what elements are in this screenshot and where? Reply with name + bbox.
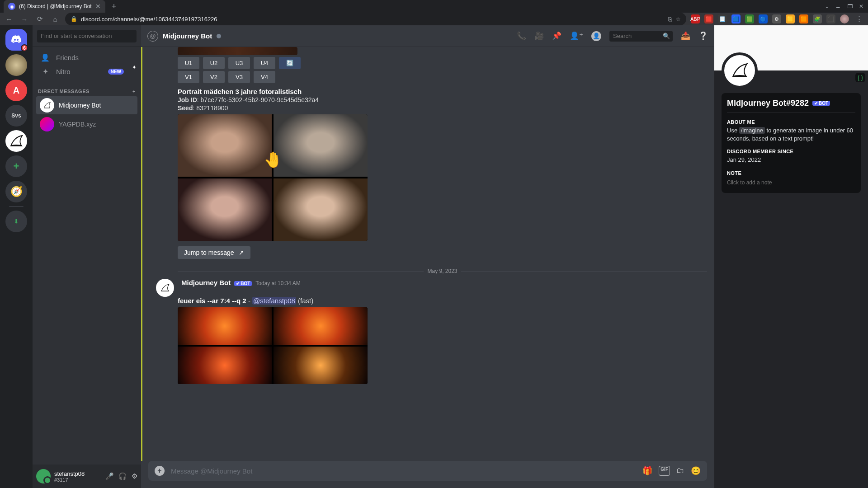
guild-item[interactable]: A	[5, 80, 27, 101]
ext-icon[interactable]: 📃	[718, 14, 727, 23]
at-icon: @	[147, 31, 158, 42]
member-since-value: Jan 29, 2022	[727, 156, 855, 164]
emoji-icon[interactable]: 😊	[691, 466, 701, 476]
variation-row: V1 V2 V3 V4	[178, 71, 707, 83]
attach-icon[interactable]: +	[155, 466, 165, 476]
user-info[interactable]: stefanstp08 #3117	[54, 470, 102, 483]
ext-icon[interactable]: 🟥	[704, 14, 713, 23]
dev-badge[interactable]: { }	[855, 73, 865, 82]
sticker-icon[interactable]: 🗂	[676, 466, 684, 476]
guild-rail: 6 A Svs + 🧭 ⬇	[0, 25, 33, 488]
voice-call-icon[interactable]: 📞	[517, 31, 526, 41]
ext-abp-icon[interactable]: ABP	[691, 14, 700, 23]
gift-icon[interactable]: 🎁	[642, 466, 652, 476]
midjourney-sail-icon	[8, 133, 24, 149]
profile-card: Midjourney Bot#9282 ✔ BOT ABOUT ME Use /…	[722, 93, 861, 193]
maximize-icon[interactable]: 🗖	[847, 3, 853, 9]
user-profile-icon[interactable]: 👤	[591, 31, 601, 41]
add-friends-icon[interactable]: 👤⁺	[570, 31, 583, 41]
v1-button[interactable]: V1	[178, 71, 199, 83]
u4-button[interactable]: U4	[254, 57, 275, 69]
v3-button[interactable]: V3	[228, 71, 250, 83]
mute-icon[interactable]: 🎤	[105, 472, 114, 480]
profile-banner: { }	[714, 25, 868, 70]
jump-to-message-button[interactable]: Jump to message ↗	[178, 246, 250, 259]
composer: + Message @Midjourney Bot 🎁 GIF 🗂 😊	[141, 461, 714, 488]
ext-icon[interactable]: 🟨	[786, 14, 795, 23]
guild-item[interactable]	[5, 54, 27, 76]
url-box[interactable]: 🔒 discord.com/channels/@me/1063443749197…	[65, 13, 686, 25]
profile-avatar-icon[interactable]	[840, 14, 849, 23]
help-icon[interactable]: ❔	[698, 31, 708, 41]
chat-scroll[interactable]: U1 U2 U3 U4 🔄 V1 V2 V3 V4 Portrait mädch…	[141, 47, 714, 461]
ext-icon[interactable]: 🟩	[745, 14, 754, 23]
friends-tab[interactable]: 👤 Friends	[36, 51, 137, 65]
image-grid-fire[interactable]	[178, 307, 368, 384]
profile-avatar[interactable]	[722, 52, 758, 89]
image-grid-portrait[interactable]: 🤚	[178, 114, 368, 241]
side-panel-icon[interactable]: ⬛	[826, 14, 835, 23]
tab-title: (6) Discord | @Midjourney Bot	[19, 3, 92, 9]
quick-switcher[interactable]	[33, 25, 141, 47]
minimize-icon[interactable]: 🗕	[835, 3, 841, 9]
message-avatar[interactable]	[156, 279, 174, 297]
ext-icon[interactable]: 🔵	[759, 14, 768, 23]
install-app-icon[interactable]: ⎘	[668, 16, 672, 23]
new-tab-button[interactable]: +	[108, 2, 120, 11]
explore-servers-button[interactable]: 🧭	[5, 181, 27, 202]
profile-name: Midjourney Bot#9282 ✔ BOT	[727, 99, 855, 108]
user-mention[interactable]: @stefanstp08	[252, 297, 296, 305]
sparkle-icon: ✦	[132, 64, 137, 70]
dm-item-yagpdb[interactable]: YAGPDB.xyz	[36, 115, 137, 133]
extensions-puzzle-icon[interactable]: 🧩	[813, 14, 822, 23]
reload-icon[interactable]: ⟳	[34, 15, 45, 23]
v2-button[interactable]: V2	[203, 71, 225, 83]
member-since-header: DISCORD MEMBER SINCE	[727, 149, 855, 154]
forward-icon[interactable]: →	[19, 15, 30, 23]
avatar	[40, 98, 54, 113]
nitro-icon: ✦	[40, 67, 51, 76]
close-icon[interactable]: ✕	[859, 3, 863, 9]
download-apps-button[interactable]: ⬇	[5, 211, 27, 232]
nitro-tab[interactable]: ✦ Nitro NEW ✦	[36, 65, 137, 79]
video-call-icon[interactable]: 🎥	[534, 31, 544, 41]
avatar	[40, 117, 54, 131]
back-icon[interactable]: ←	[4, 15, 14, 23]
kebab-icon[interactable]: ⋮	[854, 15, 864, 23]
ext-icon[interactable]: ⚙	[772, 14, 781, 23]
add-server-button[interactable]: +	[5, 155, 27, 177]
composer-box[interactable]: + Message @Midjourney Bot 🎁 GIF 🗂 😊	[148, 461, 707, 481]
user-avatar[interactable]	[36, 469, 51, 483]
image-grid-peek[interactable]	[178, 47, 297, 55]
message-timestamp: Today at 10:34 AM	[255, 280, 300, 286]
note-input[interactable]	[727, 178, 855, 188]
ext-icon[interactable]: 🟦	[731, 14, 741, 23]
u1-button[interactable]: U1	[178, 57, 199, 69]
create-dm-icon[interactable]: +	[132, 89, 136, 94]
ext-icon[interactable]: 🟧	[799, 14, 808, 23]
u3-button[interactable]: U3	[228, 57, 250, 69]
chevron-down-icon[interactable]: ⌄	[825, 3, 829, 9]
dm-item-midjourney[interactable]: Midjourney Bot	[36, 96, 137, 114]
tab-close-icon[interactable]: ✕	[95, 3, 101, 10]
reroll-button[interactable]: 🔄	[279, 57, 301, 69]
find-conversation-input[interactable]	[37, 30, 137, 42]
v4-button[interactable]: V4	[254, 71, 275, 83]
dm-header: DIRECT MESSAGES +	[33, 82, 141, 96]
guild-item[interactable]	[5, 130, 27, 152]
gif-icon[interactable]: GIF	[659, 466, 670, 476]
home-icon[interactable]: ⌂	[50, 15, 61, 23]
u2-button[interactable]: U2	[203, 57, 225, 69]
settings-icon[interactable]: ⚙	[132, 472, 137, 480]
pinned-icon[interactable]: 📌	[552, 31, 561, 41]
message-input[interactable]: Message @Midjourney Bot	[171, 467, 636, 475]
star-icon[interactable]: ☆	[675, 16, 681, 23]
deafen-icon[interactable]: 🎧	[118, 472, 127, 480]
home-button[interactable]: 6	[5, 29, 27, 51]
search-icon: 🔍	[663, 33, 670, 39]
guild-item[interactable]: Svs	[5, 105, 27, 127]
discord-favicon: ◉	[8, 3, 15, 10]
message-author[interactable]: Midjourney Bot	[181, 279, 231, 286]
browser-tab[interactable]: ◉ (6) Discord | @Midjourney Bot ✕	[4, 0, 105, 13]
inbox-icon[interactable]: 📥	[681, 31, 690, 41]
